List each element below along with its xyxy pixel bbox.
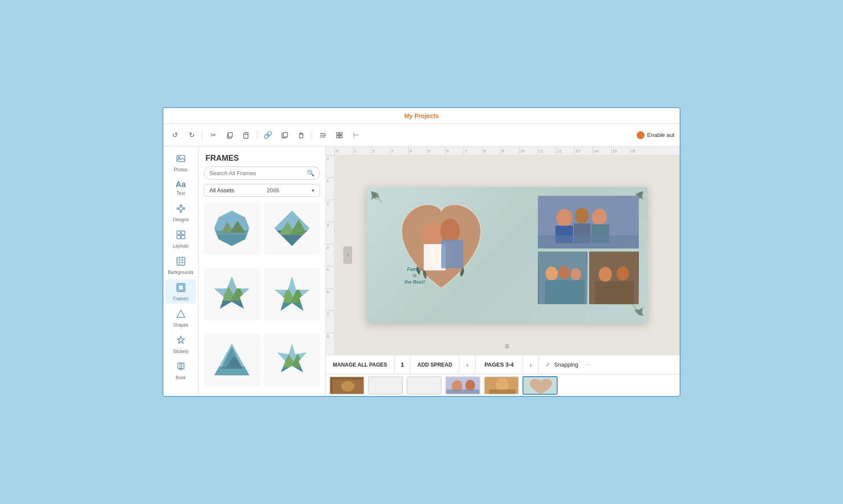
- expand-handle[interactable]: ≡: [505, 342, 510, 351]
- next-page-button[interactable]: ›: [523, 355, 539, 374]
- strip-thumb-empty-1[interactable]: [368, 376, 403, 395]
- svg-point-18: [180, 205, 182, 206]
- photo-cell-top: [538, 196, 639, 248]
- strip-thumb-3[interactable]: [484, 376, 519, 395]
- frame-item-puzzle[interactable]: [204, 202, 260, 255]
- svg-rect-107: [489, 389, 515, 395]
- grid-button[interactable]: [333, 129, 346, 141]
- sidebar-item-designs[interactable]: Designs: [166, 200, 196, 225]
- page-number: 1: [395, 355, 411, 374]
- top-bar: My Projects: [163, 108, 680, 124]
- bottom-bar: MANAGE ALL PAGES 1 ADD SPREAD ‹ PAGES 3-…: [326, 355, 680, 374]
- enable-auto-indicator: [637, 131, 645, 139]
- sidebar-label-designs: Designs: [173, 217, 188, 222]
- sidebar-item-layouts[interactable]: Layouts: [166, 227, 196, 251]
- collapse-panel-button[interactable]: ‹: [343, 246, 352, 264]
- snapping-check-icon: ✓: [546, 361, 551, 368]
- svg-rect-64: [212, 367, 252, 380]
- main-window: My Projects ↺ ↻ ✂ 🔗: [162, 107, 681, 397]
- manage-all-pages-button[interactable]: MANAGE ALL PAGES: [326, 355, 395, 374]
- delete-button[interactable]: [295, 129, 307, 141]
- sidebar-item-book[interactable]: Book: [166, 358, 196, 383]
- ruler-mark-v: 4: [326, 244, 334, 266]
- ruler-mark-v: 3: [326, 222, 334, 244]
- svg-rect-1: [228, 133, 232, 137]
- enable-auto-area: Enable aut: [637, 131, 674, 139]
- svg-rect-22: [177, 231, 180, 234]
- assets-dropdown[interactable]: All Assets 2086 ▾: [204, 184, 320, 197]
- svg-point-21: [183, 208, 185, 209]
- search-bar[interactable]: 🔍: [204, 166, 320, 180]
- prev-page-button[interactable]: ‹: [460, 355, 476, 374]
- canvas-scroll: 0 1 2 3 4 5 6 7 8 ‹: [326, 155, 680, 355]
- canvas-area: 0 1 2 3 4 5 6 7 8 9 10 11 12 13 14 15 16: [326, 147, 680, 396]
- frame-item-star6[interactable]: [204, 268, 260, 320]
- svg-rect-23: [181, 231, 185, 234]
- paste-button[interactable]: [240, 129, 252, 141]
- right-photos-grid: [538, 196, 639, 306]
- backgrounds-icon: [176, 256, 186, 268]
- ruler-mark: 15: [611, 147, 630, 155]
- ruler-mark: 0: [335, 147, 353, 155]
- photo-canvas[interactable]: Family is the Best!: [367, 187, 648, 323]
- svg-rect-24: [177, 235, 180, 239]
- photos-icon: [176, 154, 186, 166]
- svg-rect-14: [340, 136, 342, 138]
- copy-button[interactable]: [223, 129, 236, 141]
- frames-title: FRAMES: [198, 147, 325, 166]
- svg-rect-12: [340, 133, 342, 135]
- cut-button[interactable]: ✂: [207, 129, 219, 141]
- dash-separator: —: [585, 361, 591, 368]
- ruler-mark-v: 7: [326, 310, 334, 332]
- svg-rect-32: [178, 285, 184, 290]
- svg-marker-10: [324, 134, 326, 136]
- svg-marker-33: [177, 310, 185, 317]
- align-button[interactable]: [317, 129, 329, 141]
- sidebar-item-stickers[interactable]: Stickers: [166, 332, 196, 356]
- redo-button[interactable]: ↻: [185, 129, 198, 141]
- frame-item-diamond[interactable]: [264, 202, 321, 255]
- svg-rect-80: [441, 240, 463, 268]
- sidebar-item-shapes[interactable]: Shapes: [166, 306, 196, 330]
- svg-rect-26: [177, 257, 185, 265]
- undo-button[interactable]: ↺: [169, 129, 181, 141]
- frame-item-star5[interactable]: [264, 268, 321, 320]
- duplicate-button[interactable]: [278, 129, 291, 141]
- enable-auto-label: Enable aut: [647, 132, 674, 138]
- canvas-text-line3: the Best!: [404, 279, 425, 285]
- strip-thumb-2[interactable]: [445, 376, 480, 395]
- sidebar-label-text: Text: [177, 191, 184, 196]
- sidebar-label-backgrounds: Backgrounds: [168, 270, 193, 275]
- photo-cell-bottom-right: [589, 252, 639, 304]
- sidebar-item-text[interactable]: Aa Text: [166, 176, 196, 198]
- svg-rect-5: [283, 133, 288, 137]
- svg-rect-97: [594, 281, 634, 304]
- svg-point-19: [180, 211, 182, 212]
- svg-point-20: [177, 208, 179, 209]
- ruler-mark: 14: [593, 147, 611, 155]
- search-input[interactable]: [209, 170, 303, 176]
- strip-thumb-active[interactable]: [522, 376, 558, 395]
- sidebar-item-backgrounds[interactable]: Backgrounds: [166, 253, 196, 277]
- strip-thumb-1[interactable]: [329, 376, 364, 395]
- ruler-mark: 13: [574, 147, 593, 155]
- sidebar-item-frames[interactable]: Frames: [166, 279, 196, 304]
- frame-item-star-small[interactable]: [264, 334, 321, 386]
- text-icon: Aa: [176, 180, 186, 189]
- sidebar-label-shapes: Shapes: [173, 323, 188, 328]
- content-area: Photos Aa Text Designs: [163, 147, 680, 396]
- add-spread-button[interactable]: ADD SPREAD: [411, 355, 460, 374]
- sidebar-label-stickers: Stickers: [173, 349, 189, 354]
- snap-button[interactable]: ⊢: [350, 129, 362, 141]
- ruler-mark-v: 2: [326, 200, 334, 222]
- strip-thumb-empty-2[interactable]: [407, 376, 442, 395]
- canvas-main: ‹: [335, 155, 680, 355]
- frame-item-triangle[interactable]: [204, 334, 260, 386]
- svg-rect-11: [337, 133, 339, 135]
- link-button[interactable]: 🔗: [262, 129, 274, 141]
- svg-point-77: [440, 219, 460, 243]
- sidebar-item-photos[interactable]: Photos: [166, 150, 196, 175]
- sidebar: Photos Aa Text Designs: [163, 147, 198, 396]
- shapes-icon: [176, 309, 186, 321]
- svg-rect-13: [337, 136, 339, 138]
